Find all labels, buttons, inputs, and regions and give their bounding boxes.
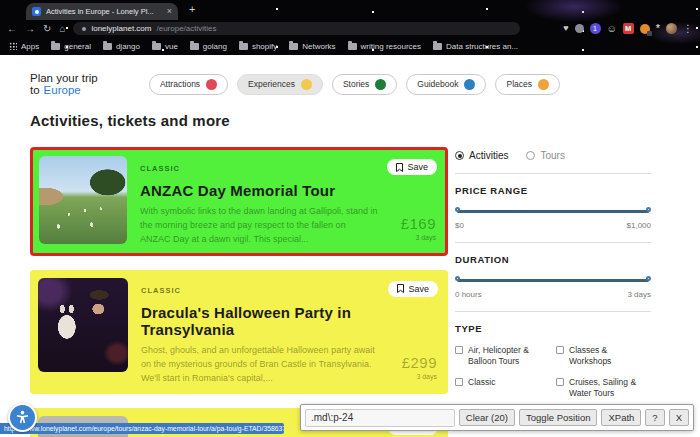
stories-icon (375, 79, 386, 90)
close-overlay-button[interactable]: X (669, 409, 689, 426)
bookmark-folder-networks[interactable]: Networks (289, 42, 335, 51)
slider-handle-max[interactable] (646, 207, 651, 212)
browser-tab[interactable]: Activities in Europe - Lonely Pl... × (26, 3, 178, 20)
radio-tours[interactable]: Tours (526, 150, 564, 161)
pill-stories[interactable]: Stories (332, 74, 397, 95)
slider-track (457, 210, 649, 213)
divider (455, 311, 651, 312)
star-extension-icon[interactable]: * (656, 23, 660, 34)
radio-activities[interactable]: Activities (455, 150, 508, 161)
pill-attractions[interactable]: Attractions (149, 74, 228, 95)
orange-extension-icon[interactable] (640, 24, 650, 34)
slider-handle-min[interactable] (455, 207, 460, 212)
bookmark-folder-vue[interactable]: vue (152, 42, 178, 51)
forward-icon[interactable]: → (25, 24, 35, 34)
places-icon (538, 79, 549, 90)
gray-extension-icon[interactable] (575, 24, 584, 33)
selector-tool-bar: Clear (20) Toggle Position XPath ? X (300, 404, 694, 431)
checkbox-classes-workshops[interactable]: Classes & Workshops (556, 345, 651, 368)
clear-button[interactable]: Clear (20) (459, 409, 515, 426)
bookmark-folder-general[interactable]: general (51, 42, 91, 51)
lonelyplanet-favicon (32, 7, 41, 16)
bookmark-folder-django[interactable]: django (103, 42, 140, 51)
new-tab-button[interactable]: + (189, 4, 195, 15)
slider-track (457, 279, 649, 282)
save-button[interactable]: Save (388, 281, 438, 297)
card-title[interactable]: ANZAC Day Memorial Tour (140, 182, 439, 199)
pill-experiences[interactable]: Experiences (237, 74, 323, 95)
price-range-slider[interactable] (455, 207, 651, 217)
home-icon[interactable]: ⌂ (59, 24, 65, 34)
tab-strip: Activities in Europe - Lonely Pl... × + (0, 0, 700, 20)
help-button[interactable]: ? (645, 409, 664, 426)
card-dracula-halloween-party[interactable]: CLASSIC Save Dracula's Halloween Party i… (30, 270, 448, 394)
bookmark-icon (397, 284, 404, 293)
page-title: Activities, tickets and more (30, 112, 700, 129)
address-bar[interactable]: lonelyplanet.com/europe/activities (73, 22, 520, 35)
xpath-button[interactable]: XPath (601, 409, 641, 426)
folder-icon (433, 43, 442, 50)
refresh-icon[interactable]: ↻ (43, 24, 51, 34)
heart-extension-icon[interactable]: ♥ (563, 24, 568, 33)
price-max-label: $1,000 (627, 221, 651, 230)
url-path: /europe/activities (156, 24, 216, 33)
checkbox-icon (556, 346, 564, 354)
selector-input[interactable] (305, 409, 455, 427)
folder-icon (51, 43, 60, 50)
ghost-extension-icon[interactable]: ☺ (607, 24, 617, 34)
pill-guidebook[interactable]: Guidebook (406, 74, 486, 95)
page-header: Plan your trip toEurope Attractions Expe… (0, 55, 700, 96)
slider-handle-min[interactable] (455, 276, 460, 281)
result-type-radios: Activities Tours (455, 150, 651, 161)
slider-handle-max[interactable] (646, 276, 651, 281)
checkbox-cruises-sailing-water-tours[interactable]: Cruises, Sailing & Water Tours (556, 377, 651, 400)
save-button[interactable]: Save (387, 159, 437, 175)
site-info-icon[interactable] (82, 27, 86, 31)
tab-title: Activities in Europe - Lonely Pl... (46, 7, 162, 16)
accessibility-button[interactable] (8, 403, 37, 432)
dracula-party-photo (38, 278, 128, 372)
europe-link[interactable]: Europe (44, 84, 81, 96)
tab-close-icon[interactable]: × (167, 7, 172, 16)
card-description: With symbolic links to the dawn landing … (140, 205, 378, 247)
card-price: £169 (401, 215, 436, 232)
bookmark-apps[interactable]: Apps (9, 42, 39, 51)
category-pills: Attractions Experiences Stories Guideboo… (149, 74, 560, 95)
duration-min-label: 0 hours (455, 290, 482, 299)
bookmark-folder-writing-resources[interactable]: writing resources (348, 42, 421, 51)
checkbox-classic[interactable]: Classic (455, 377, 550, 400)
toggle-position-button[interactable]: Toggle Position (519, 409, 597, 426)
duration-slider[interactable] (455, 276, 651, 286)
classic-badge: CLASSIC (140, 159, 180, 173)
card-title[interactable]: Dracula's Halloween Party in Transylvani… (141, 304, 440, 338)
bookmark-folder-data-structures[interactable]: Data structures an... (433, 42, 518, 51)
price-min-label: $0 (455, 221, 464, 230)
radio-unchecked-icon (526, 151, 535, 160)
card-anzac-day-memorial-tour[interactable]: CLASSIC Save ANZAC Day Memorial Tour Wit… (30, 147, 448, 256)
card-price: £299 (402, 354, 437, 371)
folder-icon (239, 43, 248, 50)
folder-icon (103, 43, 112, 50)
activity-cards: CLASSIC Save ANZAC Day Memorial Tour Wit… (30, 147, 448, 437)
accessibility-person-icon (15, 410, 30, 425)
status-bar-url: https://www.lonelyplanet.com/europe/tour… (0, 423, 284, 434)
folder-icon (348, 43, 357, 50)
pill-places[interactable]: Places (495, 74, 560, 95)
profile-avatar[interactable] (666, 23, 677, 34)
bookmark-folder-shopify[interactable]: shopify (239, 42, 277, 51)
checkbox-air-helicopter-balloon-tours[interactable]: Air, Helicopter & Balloon Tours (455, 345, 550, 368)
divider (455, 242, 651, 243)
bookmark-folder-golang[interactable]: golang (190, 42, 227, 51)
guidebook-icon (464, 79, 475, 90)
browser-chrome: Activities in Europe - Lonely Pl... × + … (0, 0, 700, 55)
price-range-label: PRICE RANGE (455, 185, 651, 196)
type-label: TYPE (455, 323, 651, 334)
back-icon[interactable]: ← (7, 24, 17, 34)
browser-menu-icon[interactable]: ⋮ (683, 23, 693, 34)
card-duration: 3 days (402, 373, 437, 380)
attractions-icon (206, 79, 217, 90)
m-extension-icon[interactable]: M (623, 23, 634, 34)
divider (455, 173, 651, 174)
badge-extension-icon[interactable]: 1 (590, 23, 601, 34)
card-duration: 3 days (401, 234, 436, 241)
